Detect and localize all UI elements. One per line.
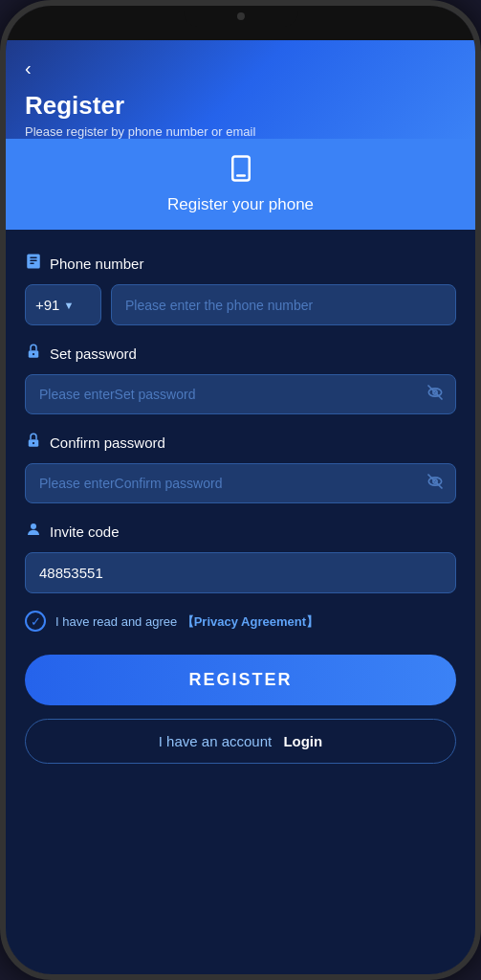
svg-line-10 xyxy=(428,385,443,399)
confirm-password-group: Confirm password xyxy=(25,432,456,503)
login-button[interactable]: I have an account Login xyxy=(25,719,456,764)
set-password-label: Set password xyxy=(25,343,456,365)
phone-tab-icon xyxy=(227,154,255,189)
back-button[interactable]: ‹ xyxy=(25,57,456,79)
svg-point-16 xyxy=(31,523,36,529)
register-phone-tab[interactable]: Register your phone xyxy=(167,154,314,214)
user-icon xyxy=(25,521,42,543)
invite-code-group: Invite code xyxy=(25,521,456,593)
privacy-agreement-link[interactable]: 【Privacy Agreement】 xyxy=(182,614,318,629)
svg-line-15 xyxy=(428,474,443,488)
login-prefix-text: I have an account xyxy=(159,733,272,749)
confirm-password-visibility-toggle[interactable] xyxy=(426,472,445,496)
set-password-field-label: Set password xyxy=(50,345,137,362)
country-code-value: +91 xyxy=(35,297,59,313)
invite-code-label: Invite code xyxy=(25,521,456,543)
svg-point-7 xyxy=(33,353,34,355)
chevron-down-icon: ▼ xyxy=(63,300,74,311)
form-section: Phone number +91 ▼ xyxy=(6,230,475,787)
svg-rect-3 xyxy=(30,257,37,259)
confirm-password-label: Confirm password xyxy=(25,432,456,454)
screen: ‹ Register Please register by phone numb… xyxy=(6,40,475,974)
phone-frame: ‹ Register Please register by phone numb… xyxy=(0,0,481,980)
phone-input[interactable] xyxy=(111,284,456,325)
page-subtitle: Please register by phone number or email xyxy=(25,124,456,139)
confirm-password-input[interactable] xyxy=(25,463,456,503)
lock-icon xyxy=(25,343,42,365)
set-password-wrapper xyxy=(25,374,456,414)
set-password-group: Set password xyxy=(25,343,456,414)
lock2-icon xyxy=(25,432,42,454)
notch xyxy=(184,6,298,27)
country-code-selector[interactable]: +91 ▼ xyxy=(25,284,101,325)
phone-field-label: Phone number xyxy=(50,256,143,272)
confirm-password-field-label: Confirm password xyxy=(50,434,165,451)
set-password-input[interactable] xyxy=(25,374,456,414)
agreement-row: ✓ I have read and agree 【Privacy Agreeme… xyxy=(25,611,456,632)
header-section: ‹ Register Please register by phone numb… xyxy=(6,40,475,139)
phone-label-icon xyxy=(25,253,42,275)
confirm-password-wrapper xyxy=(25,463,456,503)
invite-code-input[interactable] xyxy=(25,552,456,593)
register-button[interactable]: Register xyxy=(25,655,456,705)
check-mark-icon: ✓ xyxy=(31,614,41,629)
svg-rect-5 xyxy=(30,263,34,265)
back-arrow-icon[interactable]: ‹ xyxy=(25,57,32,79)
agreement-text-area: I have read and agree 【Privacy Agreement… xyxy=(55,612,318,631)
phone-label: Phone number xyxy=(25,253,456,275)
notch-bar xyxy=(6,6,475,40)
tab-label: Register your phone xyxy=(167,195,314,214)
phone-number-group: Phone number +91 ▼ xyxy=(25,253,456,325)
tab-section[interactable]: Register your phone xyxy=(6,139,475,230)
notch-dot xyxy=(237,12,245,20)
page-title: Register xyxy=(25,91,456,121)
login-link-text: Login xyxy=(283,733,322,749)
svg-rect-4 xyxy=(30,260,37,262)
agreement-checkbox[interactable]: ✓ xyxy=(25,611,46,632)
agreement-static-text: I have read and agree xyxy=(55,614,177,629)
password-visibility-toggle[interactable] xyxy=(426,383,445,407)
invite-code-field-label: Invite code xyxy=(50,523,120,540)
svg-point-12 xyxy=(33,442,34,444)
phone-row: +91 ▼ xyxy=(25,284,456,325)
